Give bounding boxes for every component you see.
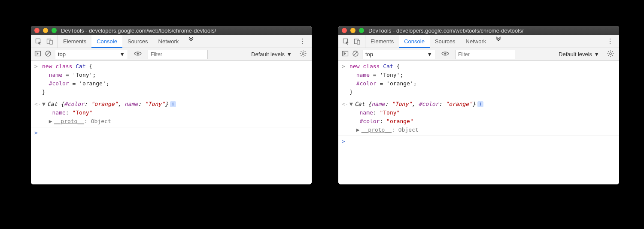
context-label: top xyxy=(365,51,373,57)
tab-console[interactable]: Console xyxy=(399,35,430,48)
filter-input[interactable] xyxy=(455,50,515,59)
settings-icon[interactable] xyxy=(298,50,308,59)
levels-label: Default levels xyxy=(251,51,285,57)
inspect-element-icon[interactable] xyxy=(35,38,42,45)
close-window-button[interactable] xyxy=(342,28,347,33)
close-window-button[interactable] xyxy=(34,28,39,33)
filter-input[interactable] xyxy=(148,50,208,59)
expand-toggle-icon[interactable]: ▶ xyxy=(356,126,361,134)
console-output-row[interactable]: <· ▼Cat {name: "Tony", #color: "orange"}… xyxy=(338,99,619,136)
window-controls xyxy=(342,28,364,33)
live-expression-icon[interactable] xyxy=(439,51,452,58)
context-selector[interactable]: top ▼ xyxy=(362,50,435,59)
svg-point-8 xyxy=(302,52,304,54)
log-levels-selector[interactable]: Default levels ▼ xyxy=(249,51,295,57)
console-body[interactable]: > new class Cat { name = 'Tony'; #color … xyxy=(31,61,312,184)
console-code: new class Cat { name = 'Tony'; #color = … xyxy=(42,62,308,97)
panel-tabbar: Elements Console Sources Network ⋮ xyxy=(31,35,312,48)
output-arrow-icon: <· xyxy=(342,100,349,135)
svg-line-14 xyxy=(305,55,306,56)
inspect-element-icon[interactable] xyxy=(343,38,349,45)
svg-rect-4 xyxy=(35,51,37,56)
info-icon[interactable]: i xyxy=(477,101,483,107)
expand-toggle-icon[interactable]: ▼ xyxy=(42,100,47,108)
clear-console-icon[interactable] xyxy=(45,50,52,58)
filter-input-wrapper xyxy=(148,50,208,59)
devtools-window-right: DevTools - developers.google.com/web/too… xyxy=(338,26,619,184)
levels-label: Default levels xyxy=(559,51,592,57)
console-prompt-row[interactable]: > xyxy=(31,127,312,139)
settings-icon[interactable] xyxy=(605,50,616,59)
tabs-overflow-button[interactable] xyxy=(184,35,198,48)
expand-toggle-icon[interactable]: ▶ xyxy=(49,117,54,126)
input-chevron-icon: > xyxy=(342,62,349,97)
console-toolbar: top ▼ Default levels ▼ xyxy=(31,48,312,61)
minimize-window-button[interactable] xyxy=(43,28,48,33)
svg-point-25 xyxy=(610,52,611,54)
tabs-overflow-button[interactable] xyxy=(491,35,506,48)
svg-rect-21 xyxy=(343,51,344,56)
console-prompt[interactable] xyxy=(42,129,308,137)
svg-rect-2 xyxy=(50,40,52,44)
toggle-device-icon[interactable] xyxy=(46,38,53,45)
console-code: new class Cat { name = 'Tony'; #color = … xyxy=(349,62,616,97)
devtools-window-left: DevTools - developers.google.com/web/too… xyxy=(31,26,312,184)
context-label: top xyxy=(58,51,66,57)
console-output: ▼Cat {name: "Tony", #color: "orange"}i n… xyxy=(349,100,616,135)
zoom-window-button[interactable] xyxy=(359,28,364,33)
console-body[interactable]: > new class Cat { name = 'Tony'; #color … xyxy=(338,61,619,184)
console-prompt[interactable] xyxy=(349,137,616,146)
svg-line-32 xyxy=(612,51,613,52)
svg-line-23 xyxy=(354,52,357,55)
output-arrow-icon: <· xyxy=(34,100,42,126)
window-title: DevTools - developers.google.com/web/too… xyxy=(61,27,216,34)
svg-line-33 xyxy=(608,55,609,56)
console-toolbar: top ▼ Default levels ▼ xyxy=(338,48,619,61)
svg-line-30 xyxy=(608,51,609,52)
console-output-row[interactable]: <· ▼Cat {#color: "orange", name: "Tony"}… xyxy=(31,99,312,127)
svg-point-7 xyxy=(137,53,139,55)
input-chevron-icon: > xyxy=(34,62,42,97)
minimize-window-button[interactable] xyxy=(350,28,355,33)
tab-elements[interactable]: Elements xyxy=(365,35,399,48)
window-title: DevTools - developers.google.com/web/too… xyxy=(368,27,523,34)
dropdown-icon: ▼ xyxy=(119,51,125,57)
tab-network[interactable]: Network xyxy=(153,35,184,48)
context-selector[interactable]: top ▼ xyxy=(55,50,128,59)
tab-network[interactable]: Network xyxy=(461,35,492,48)
tab-sources[interactable]: Sources xyxy=(430,35,461,48)
console-input-row: > new class Cat { name = 'Tony'; #color … xyxy=(31,61,312,99)
filter-input-wrapper xyxy=(455,50,515,59)
svg-line-31 xyxy=(612,55,613,56)
more-options-icon[interactable]: ⋮ xyxy=(294,37,312,45)
dropdown-icon: ▼ xyxy=(427,51,432,57)
console-prompt-row[interactable]: > xyxy=(338,136,619,148)
tab-sources[interactable]: Sources xyxy=(122,35,153,48)
toggle-device-icon[interactable] xyxy=(354,38,361,45)
zoom-window-button[interactable] xyxy=(52,28,57,33)
toggle-sidebar-icon[interactable] xyxy=(342,50,349,58)
log-levels-selector[interactable]: Default levels ▼ xyxy=(556,51,602,57)
dropdown-icon: ▼ xyxy=(594,51,599,57)
titlebar: DevTools - developers.google.com/web/too… xyxy=(338,26,619,35)
prompt-chevron-icon: > xyxy=(34,129,42,137)
console-input-row: > new class Cat { name = 'Tony'; #color … xyxy=(338,61,619,99)
svg-line-16 xyxy=(301,55,302,56)
svg-line-15 xyxy=(305,51,306,52)
prompt-chevron-icon: > xyxy=(342,137,349,146)
clear-console-icon[interactable] xyxy=(352,50,359,58)
toggle-sidebar-icon[interactable] xyxy=(34,50,41,58)
svg-line-13 xyxy=(301,51,302,52)
svg-point-24 xyxy=(444,53,447,55)
more-options-icon[interactable]: ⋮ xyxy=(601,37,619,45)
tab-console[interactable]: Console xyxy=(91,35,122,48)
info-icon[interactable]: i xyxy=(170,101,176,107)
svg-rect-19 xyxy=(357,40,360,44)
live-expression-icon[interactable] xyxy=(131,51,144,58)
panel-tabbar: Elements Console Sources Network ⋮ xyxy=(338,35,619,48)
dropdown-icon: ▼ xyxy=(286,51,292,57)
window-controls xyxy=(34,28,57,33)
tab-elements[interactable]: Elements xyxy=(58,35,91,48)
expand-toggle-icon[interactable]: ▼ xyxy=(349,100,355,108)
svg-line-6 xyxy=(46,52,50,55)
